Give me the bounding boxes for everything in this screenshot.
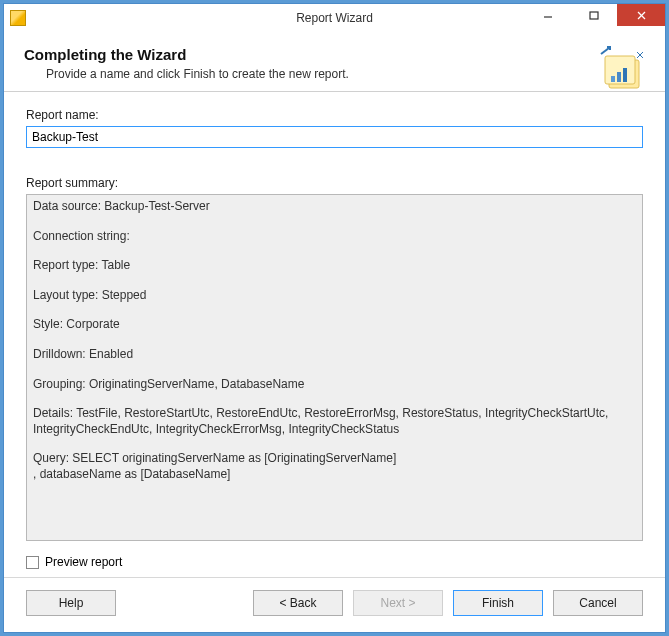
- svg-rect-6: [611, 76, 615, 82]
- summary-details: Details: TestFile, RestoreStartUtc, Rest…: [33, 406, 636, 437]
- titlebar: Report Wizard: [4, 4, 665, 32]
- summary-grouping: Grouping: OriginatingServerName, Databas…: [33, 377, 636, 393]
- window-controls: [525, 4, 665, 32]
- maximize-button[interactable]: [571, 4, 617, 26]
- report-summary-box[interactable]: Data source: Backup-Test-Server Connecti…: [26, 194, 643, 541]
- svg-rect-1: [590, 12, 598, 19]
- button-bar: Help < Back Next > Finish Cancel: [4, 577, 665, 632]
- summary-layout-type: Layout type: Stepped: [33, 288, 636, 304]
- minimize-button[interactable]: [525, 4, 571, 26]
- close-icon: [636, 10, 647, 21]
- window-title: Report Wizard: [296, 11, 373, 25]
- wizard-icon: [599, 46, 647, 94]
- cancel-button[interactable]: Cancel: [553, 590, 643, 616]
- minimize-icon: [543, 10, 553, 20]
- svg-rect-8: [623, 68, 627, 82]
- preview-report-checkbox[interactable]: [26, 556, 39, 569]
- maximize-icon: [589, 10, 599, 20]
- report-summary-label: Report summary:: [26, 176, 643, 190]
- summary-drilldown: Drilldown: Enabled: [33, 347, 636, 363]
- next-button: Next >: [353, 590, 443, 616]
- svg-rect-7: [617, 72, 621, 82]
- summary-connection-string: Connection string:: [33, 229, 636, 245]
- report-name-label: Report name:: [26, 108, 643, 122]
- summary-data-source: Data source: Backup-Test-Server: [33, 199, 636, 215]
- preview-report-label[interactable]: Preview report: [45, 555, 122, 569]
- report-name-input[interactable]: [26, 126, 643, 148]
- wizard-content: Report name: Report summary: Data source…: [4, 92, 665, 577]
- help-button[interactable]: Help: [26, 590, 116, 616]
- close-button[interactable]: [617, 4, 665, 26]
- back-button[interactable]: < Back: [253, 590, 343, 616]
- svg-point-9: [639, 54, 641, 56]
- app-icon: [10, 10, 26, 26]
- page-heading: Completing the Wizard: [24, 46, 349, 63]
- summary-query-line2: , databaseName as [DatabaseName]: [33, 467, 636, 483]
- wizard-header: Completing the Wizard Provide a name and…: [4, 32, 665, 92]
- summary-report-type: Report type: Table: [33, 258, 636, 274]
- wizard-window: Report Wizard Completing the Wizard Prov…: [3, 3, 666, 633]
- preview-report-row: Preview report: [26, 555, 643, 569]
- finish-button[interactable]: Finish: [453, 590, 543, 616]
- summary-query-line1: Query: SELECT originatingServerName as […: [33, 451, 636, 467]
- summary-style: Style: Corporate: [33, 317, 636, 333]
- page-subtitle: Provide a name and click Finish to creat…: [46, 67, 349, 81]
